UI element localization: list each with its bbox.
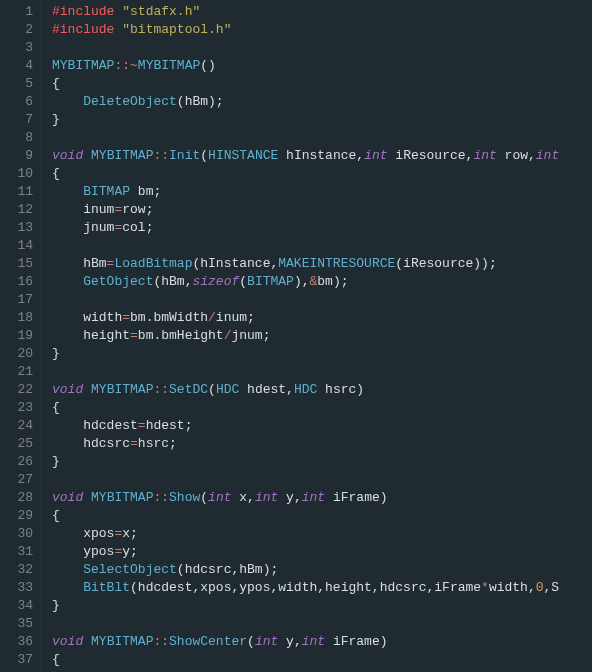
code-line[interactable]: { bbox=[52, 651, 592, 669]
line-number: 12 bbox=[4, 201, 33, 219]
line-number: 37 bbox=[4, 651, 33, 669]
code-line[interactable]: hBm=LoadBitmap(hInstance,MAKEINTRESOURCE… bbox=[52, 255, 592, 273]
line-number: 33 bbox=[4, 579, 33, 597]
code-line[interactable]: BitBlt(hdcdest,xpos,ypos,width,height,hd… bbox=[52, 579, 592, 597]
code-line[interactable]: inum=row; bbox=[52, 201, 592, 219]
token-plain: ( bbox=[247, 634, 255, 649]
code-line[interactable]: { bbox=[52, 399, 592, 417]
code-line[interactable]: BITMAP bm; bbox=[52, 183, 592, 201]
line-number: 30 bbox=[4, 525, 33, 543]
token-plain: ( bbox=[200, 148, 208, 163]
token-fn: GetObject bbox=[83, 274, 153, 289]
token-plain: } bbox=[52, 346, 60, 361]
token-type: MYBITMAP bbox=[91, 634, 153, 649]
token-plain: (hInstance, bbox=[192, 256, 278, 271]
code-line[interactable]: void MYBITMAP::Init(HINSTANCE hInstance,… bbox=[52, 147, 592, 165]
token-plain: (hdcsrc,hBm); bbox=[177, 562, 278, 577]
code-line[interactable]: } bbox=[52, 345, 592, 363]
token-fn: DeleteObject bbox=[83, 94, 177, 109]
code-line[interactable] bbox=[52, 471, 592, 489]
line-number: 6 bbox=[4, 93, 33, 111]
token-op: = bbox=[138, 418, 146, 433]
token-plain bbox=[52, 184, 83, 199]
token-kw: void bbox=[52, 148, 83, 163]
token-plain: jnum; bbox=[231, 328, 270, 343]
token-str: "bitmaptool.h" bbox=[122, 22, 231, 37]
token-kw: int bbox=[364, 148, 387, 163]
code-line[interactable]: { bbox=[52, 507, 592, 525]
code-line[interactable]: void MYBITMAP::SetDC(HDC hdest,HDC hsrc) bbox=[52, 381, 592, 399]
line-number: 5 bbox=[4, 75, 33, 93]
line-number: 16 bbox=[4, 273, 33, 291]
code-line[interactable]: SelectObject(hdcsrc,hBm); bbox=[52, 561, 592, 579]
token-plain: y, bbox=[278, 634, 301, 649]
token-op: = bbox=[130, 328, 138, 343]
code-line[interactable] bbox=[52, 129, 592, 147]
token-type: MYBITMAP bbox=[91, 490, 153, 505]
token-plain: ypos bbox=[52, 544, 114, 559]
token-pp: #include bbox=[52, 4, 114, 19]
code-line[interactable]: } bbox=[52, 111, 592, 129]
code-line[interactable]: hdcdest=hdest; bbox=[52, 417, 592, 435]
token-plain: } bbox=[52, 454, 60, 469]
token-plain: iResource, bbox=[388, 148, 474, 163]
line-number: 24 bbox=[4, 417, 33, 435]
code-line[interactable]: jnum=col; bbox=[52, 219, 592, 237]
code-line[interactable]: DeleteObject(hBm); bbox=[52, 93, 592, 111]
line-number: 31 bbox=[4, 543, 33, 561]
token-op: * bbox=[481, 580, 489, 595]
code-line[interactable] bbox=[52, 363, 592, 381]
code-line[interactable]: xpos=x; bbox=[52, 525, 592, 543]
code-line[interactable]: } bbox=[52, 453, 592, 471]
token-plain: hdest, bbox=[239, 382, 294, 397]
code-line[interactable]: MYBITMAP::~MYBITMAP() bbox=[52, 57, 592, 75]
code-line[interactable]: hdcsrc=hsrc; bbox=[52, 435, 592, 453]
code-line[interactable] bbox=[52, 291, 592, 309]
token-op: = bbox=[130, 436, 138, 451]
code-line[interactable]: #include "stdafx.h" bbox=[52, 3, 592, 21]
token-plain: hsrc; bbox=[138, 436, 177, 451]
token-str: "stdafx.h" bbox=[122, 4, 200, 19]
token-plain: hdcsrc bbox=[52, 436, 130, 451]
code-line[interactable]: void MYBITMAP::ShowCenter(int y,int iFra… bbox=[52, 633, 592, 651]
token-plain: xpos bbox=[52, 526, 114, 541]
token-plain: (hdcdest,xpos,ypos,width,height,hdcsrc,i… bbox=[130, 580, 481, 595]
token-pp: #include bbox=[52, 22, 114, 37]
line-number: 2 bbox=[4, 21, 33, 39]
token-fn: Init bbox=[169, 148, 200, 163]
code-line[interactable]: height=bm.bmHeight/jnum; bbox=[52, 327, 592, 345]
token-plain: inum; bbox=[216, 310, 255, 325]
token-kw: int bbox=[302, 490, 325, 505]
code-line[interactable]: ypos=y; bbox=[52, 543, 592, 561]
code-editor: 1234567891011121314151617181920212223242… bbox=[0, 0, 592, 672]
token-plain: bm.bmHeight bbox=[138, 328, 224, 343]
code-line[interactable]: { bbox=[52, 165, 592, 183]
line-number: 17 bbox=[4, 291, 33, 309]
token-plain: hsrc) bbox=[317, 382, 364, 397]
code-line[interactable]: #include "bitmaptool.h" bbox=[52, 21, 592, 39]
token-op: :: bbox=[153, 634, 169, 649]
code-line[interactable]: { bbox=[52, 75, 592, 93]
token-plain: iFrame) bbox=[325, 634, 387, 649]
line-number: 28 bbox=[4, 489, 33, 507]
line-number: 29 bbox=[4, 507, 33, 525]
line-number: 32 bbox=[4, 561, 33, 579]
code-line[interactable]: void MYBITMAP::Show(int x,int y,int iFra… bbox=[52, 489, 592, 507]
token-plain: } bbox=[52, 112, 60, 127]
token-kw: void bbox=[52, 382, 83, 397]
token-type: HINSTANCE bbox=[208, 148, 278, 163]
code-area[interactable]: #include "stdafx.h"#include "bitmaptool.… bbox=[42, 0, 592, 672]
code-line[interactable]: GetObject(hBm,sizeof(BITMAP),&bm); bbox=[52, 273, 592, 291]
token-plain bbox=[83, 382, 91, 397]
token-plain: ), bbox=[294, 274, 310, 289]
code-line[interactable] bbox=[52, 237, 592, 255]
token-fn: MAKEINTRESOURCE bbox=[278, 256, 395, 271]
line-number: 35 bbox=[4, 615, 33, 633]
code-line[interactable]: width=bm.bmWidth/inum; bbox=[52, 309, 592, 327]
token-plain: { bbox=[52, 76, 60, 91]
token-plain: bm; bbox=[130, 184, 161, 199]
line-number: 10 bbox=[4, 165, 33, 183]
code-line[interactable] bbox=[52, 39, 592, 57]
code-line[interactable]: } bbox=[52, 597, 592, 615]
code-line[interactable] bbox=[52, 615, 592, 633]
